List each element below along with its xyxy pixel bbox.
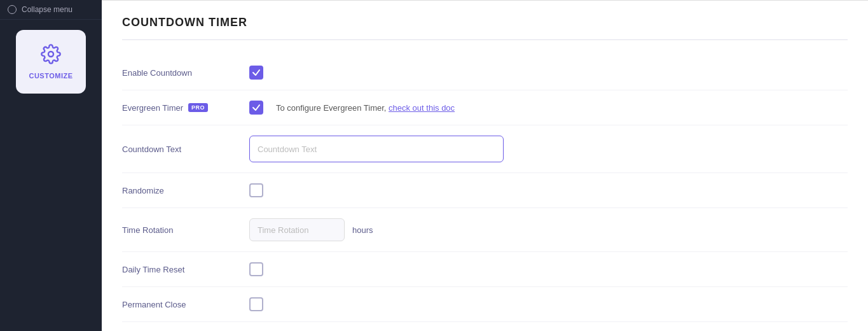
randomize-control — [249, 183, 848, 197]
main-content: COUNTDOWN TIMER Enable Countdown Evergre… — [102, 0, 868, 331]
content-area: COUNTDOWN TIMER Enable Countdown Evergre… — [102, 1, 868, 331]
enable-countdown-row: Enable Countdown — [122, 55, 848, 90]
evergreen-timer-label: Evergreen Timer PRO — [122, 103, 249, 113]
daily-time-reset-row: Daily Time Reset — [122, 252, 848, 287]
time-rotation-row: Time Rotation hours — [122, 208, 848, 252]
collapse-menu-label: Collapse menu — [22, 5, 72, 14]
countdown-text-control — [249, 136, 848, 162]
evergreen-timer-row: Evergreen Timer PRO To configure Evergre… — [122, 90, 848, 125]
customize-label: CUSTOMIZE — [29, 72, 72, 80]
permanent-close-label: Permanent Close — [122, 300, 249, 309]
enable-countdown-control — [249, 66, 848, 80]
gear-icon — [41, 44, 61, 67]
countdown-text-row: Countdown Text — [122, 125, 848, 173]
circle-icon — [8, 5, 17, 14]
permanent-close-checkbox[interactable] — [249, 297, 263, 311]
page-title: COUNTDOWN TIMER — [122, 16, 848, 40]
countdown-text-label: Countdown Text — [122, 144, 249, 154]
evergreen-timer-checkbox[interactable] — [249, 101, 263, 115]
permanent-close-row: Permanent Close — [122, 287, 848, 322]
randomize-label: Randomize — [122, 186, 249, 195]
daily-time-reset-checkbox[interactable] — [249, 262, 263, 276]
collapse-menu-button[interactable]: Collapse menu — [0, 0, 102, 20]
daily-time-reset-control — [249, 262, 848, 276]
sidebar: Collapse menu CUSTOMIZE — [0, 0, 102, 331]
time-rotation-control: hours — [249, 218, 848, 241]
time-rotation-label: Time Rotation — [122, 225, 249, 235]
randomize-checkbox[interactable] — [249, 183, 263, 197]
time-rotation-unit: hours — [352, 225, 373, 235]
enable-countdown-checkbox[interactable] — [249, 66, 263, 80]
permanent-close-control — [249, 297, 848, 311]
evergreen-doc-link[interactable]: check out this doc — [389, 103, 455, 113]
evergreen-note: To configure Evergreen Timer, check out … — [276, 103, 455, 113]
pro-badge: PRO — [188, 103, 208, 112]
customize-card[interactable]: CUSTOMIZE — [16, 30, 86, 94]
randomize-row: Randomize — [122, 173, 848, 208]
time-rotation-input[interactable] — [249, 218, 345, 241]
evergreen-timer-control: To configure Evergreen Timer, check out … — [249, 101, 848, 115]
enable-countdown-label: Enable Countdown — [122, 68, 249, 78]
svg-point-0 — [48, 52, 53, 57]
countdown-text-input[interactable] — [249, 136, 504, 162]
daily-time-reset-label: Daily Time Reset — [122, 265, 249, 274]
